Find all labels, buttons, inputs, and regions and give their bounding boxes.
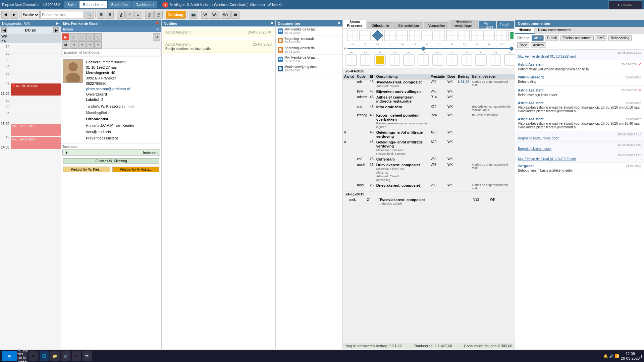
mail-icon[interactable]: ✉ xyxy=(72,351,81,361)
tab-dashboard[interactable]: Dashboard xyxy=(132,1,157,8)
invoer-rotate-btn[interactable]: ↺ xyxy=(153,33,160,41)
forward-btn[interactable]: ▶ xyxy=(10,11,18,19)
appt-3[interactable]: Mw... 16-12-2008 xyxy=(11,137,61,149)
at-btn[interactable]: @ xyxy=(145,11,154,19)
tooth-43[interactable]: 43 xyxy=(416,51,430,67)
camera-taskbar-icon[interactable]: 📷 xyxy=(83,351,92,361)
tooth-24[interactable]: 24 xyxy=(483,29,495,46)
tooth-44[interactable]: 44 xyxy=(402,51,416,67)
menu-btn[interactable]: ☰ xyxy=(231,11,239,19)
invoer-hex3-btn[interactable]: ⬡ xyxy=(86,33,94,41)
iedereen-dropdown[interactable]: ▼ Iedereen xyxy=(62,149,160,156)
task-view-btn[interactable]: ⧉ xyxy=(29,351,38,361)
tab-orthodontie[interactable]: Orthodontie xyxy=(367,22,393,28)
tab-behandelaar[interactable]: Behandelaar xyxy=(79,1,107,8)
contact-doc-link-1[interactable]: Begroting restauraties.docx xyxy=(518,136,559,140)
wk2-btn[interactable]: Wk xyxy=(221,11,231,19)
tooth-25[interactable]: 25 xyxy=(495,29,507,46)
contact-tab-nieuw[interactable]: Nieuw contactmoment xyxy=(535,27,575,34)
tab-backoffice[interactable]: Backoffice xyxy=(108,1,132,8)
filter-balie[interactable]: Balie xyxy=(517,42,529,48)
tooth-22[interactable]: 22 xyxy=(458,29,470,46)
filter-behandeling[interactable]: Behandeling xyxy=(608,35,632,41)
tooth-42[interactable]: 42 xyxy=(431,51,445,67)
invoer-hex-btn[interactable]: ⬡ xyxy=(70,33,77,41)
tab-behandelplan[interactable]: Behandelplan xyxy=(394,22,423,28)
tooth-23[interactable]: 23 xyxy=(471,29,483,46)
invoer-sq4-btn[interactable]: □ xyxy=(94,41,102,49)
treatment-row-2[interactable]: adcem 46 Adhesief cementeren indirecte r… xyxy=(343,95,515,104)
edge-icon[interactable]: 🌐 xyxy=(40,351,49,361)
invoer-select-btn[interactable]: ▶ xyxy=(62,33,69,41)
invoer-hex2-btn[interactable]: ⬡ xyxy=(78,33,86,41)
contact-close-1[interactable]: ✕ xyxy=(638,62,641,67)
tooth-33[interactable]: 33 xyxy=(488,51,502,67)
grid-btn2[interactable]: ⊟ xyxy=(106,11,114,19)
tooth-41[interactable]: 41 xyxy=(445,51,459,67)
filter-sms[interactable]: SMS xyxy=(595,35,607,41)
patient-search[interactable] xyxy=(40,11,84,18)
list-btn[interactable]: ≡ xyxy=(134,11,142,19)
filter-telefonisch[interactable]: Telefonisch contact xyxy=(560,35,594,41)
tooth-48[interactable]: 48 xyxy=(344,51,358,67)
tooth-18[interactable]: 18 xyxy=(346,29,359,46)
pien-support-btn[interactable]: Pien Support xyxy=(479,21,496,28)
filter-alles[interactable]: Alles xyxy=(532,35,544,41)
store-icon[interactable]: 🛒 xyxy=(61,351,70,361)
tooth-14[interactable]: 14 xyxy=(396,29,408,46)
w-btn[interactable]: W xyxy=(201,11,209,19)
treatment-row-1[interactable]: bijw 46 Bijwerken oude vullingen V40 WK xyxy=(343,89,515,95)
start-button[interactable]: ⊞ xyxy=(2,351,17,361)
at2-btn[interactable]: @ xyxy=(154,11,163,19)
tooth-26[interactable]: 26 xyxy=(508,29,514,46)
invoer-hex4-btn[interactable]: ⬡ xyxy=(94,33,102,41)
grid-btn1[interactable]: ⊞ xyxy=(97,11,105,19)
tooth-34[interactable]: 34 xyxy=(503,51,515,67)
functies-btn[interactable]: Functies W. Kieszorg xyxy=(63,158,159,164)
persoonlijk-wk-btn[interactable]: Persoonlijk W. Kies... xyxy=(63,167,110,172)
search-btn[interactable]: 🔍 xyxy=(85,11,94,19)
filter-anders[interactable]: Anders xyxy=(531,42,546,48)
tooth-16[interactable]: 16 xyxy=(371,29,383,46)
tooth-11[interactable]: 11 xyxy=(433,29,445,46)
treatment-row2-0[interactable]: mok 24 Tweevlaksrest. composietAdhesief:… xyxy=(343,197,515,206)
tooth-15[interactable]: 15 xyxy=(384,29,396,46)
treatment-row-6[interactable]: a 46 Geleidings- en/of infiltratie verdo… xyxy=(343,139,515,157)
appt-1[interactable]: 🔴 M... 01-10-1992 xyxy=(11,83,61,96)
invoer-sq3-btn[interactable]: □ xyxy=(86,41,94,49)
back-btn[interactable]: ◀ xyxy=(1,11,9,19)
search-taskbar[interactable]: 🔍 Typ hier om te zoeken xyxy=(18,351,28,361)
today-btn[interactable]: Vandaag xyxy=(166,11,185,19)
show-desktop-btn[interactable]: | xyxy=(641,354,642,358)
tab-voorstellen[interactable]: Voorstellen xyxy=(424,22,449,28)
treatment-row-8[interactable]: modk 26 Drievlaksrest. composietMateriaa… xyxy=(343,162,515,183)
invoer-sq-btn[interactable]: □ xyxy=(70,41,77,49)
contact-doc-link-2[interactable]: Begroting kronen.docx xyxy=(518,147,551,150)
eye-icon[interactable]: 👁 xyxy=(268,30,272,34)
filter-email[interactable]: E-mail xyxy=(545,35,559,41)
tab-balie[interactable]: Balie xyxy=(64,1,79,8)
tooth-47[interactable]: 47 xyxy=(359,51,373,67)
doc-4[interactable]: 📄 Mooie verwijzing.docx 25-03-2020 xyxy=(276,64,342,73)
tarief-input[interactable] xyxy=(62,49,160,56)
tooth-46[interactable]: 46 xyxy=(373,51,387,67)
family-select[interactable]: Familie xyxy=(21,11,40,18)
invoer-m-btn[interactable]: M xyxy=(62,41,69,49)
explorer-icon[interactable]: 📁 xyxy=(50,351,60,361)
contact-link-2[interactable]: Mw. Femke de Graaf (01-10-1992).eml xyxy=(518,157,576,161)
contact-tab-historie[interactable]: Historie xyxy=(515,27,535,34)
treatment-row-4[interactable]: krsbpg 46 Kroon - geheel porselein overb… xyxy=(343,113,515,130)
treatment-row-5[interactable]: a 46 Geleidings- en/of infiltratie verdo… xyxy=(343,130,515,139)
tooth-17[interactable]: 17 xyxy=(359,29,371,46)
tooth-12[interactable]: 12 xyxy=(421,29,433,46)
tooth-32[interactable]: 32 xyxy=(474,51,488,67)
persoonlijk-aa-btn[interactable]: Persoonlijk A. Assis... xyxy=(112,167,160,172)
doc-0[interactable]: 📧 Mw. Femke de Graaf.... 26-03-2020 xyxy=(276,26,342,36)
tab-status[interactable]: Status Praesens xyxy=(343,20,366,28)
treatment-row-7[interactable]: cof 26 Cofferdam V50 WK xyxy=(343,157,515,162)
agenda-prev-btn[interactable]: ◀ xyxy=(1,27,7,33)
tooth-13[interactable]: 13 xyxy=(409,29,421,46)
treatment-row-0[interactable]: odk 16 Tweevlaksrest. composietAdhesief:… xyxy=(343,79,515,89)
tooth-45[interactable]: 45 xyxy=(387,51,401,67)
invoer-sq2-btn[interactable]: □ xyxy=(78,41,86,49)
